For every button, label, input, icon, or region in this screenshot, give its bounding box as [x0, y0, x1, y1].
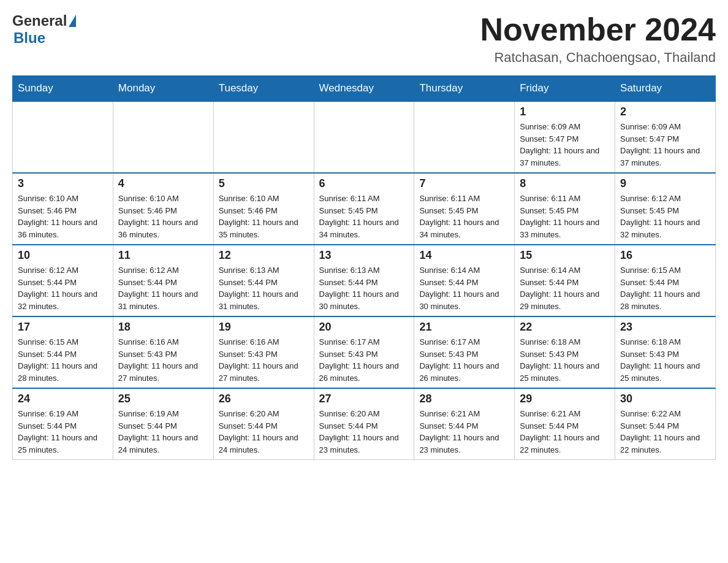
day-info: Sunrise: 6:13 AMSunset: 5:44 PMDaylight:…: [219, 264, 309, 312]
day-info: Sunrise: 6:14 AMSunset: 5:44 PMDaylight:…: [520, 264, 610, 312]
calendar-cell: [314, 101, 414, 173]
calendar-cell: 3Sunrise: 6:10 AMSunset: 5:46 PMDaylight…: [13, 173, 113, 245]
day-info: Sunrise: 6:20 AMSunset: 5:44 PMDaylight:…: [219, 408, 309, 456]
logo-arrow-icon: [69, 15, 76, 27]
day-info: Sunrise: 6:17 AMSunset: 5:43 PMDaylight:…: [419, 336, 509, 384]
weekday-header-sunday: Sunday: [13, 76, 113, 102]
day-number: 27: [319, 393, 409, 405]
day-number: 21: [419, 321, 509, 334]
day-info: Sunrise: 6:11 AMSunset: 5:45 PMDaylight:…: [520, 193, 610, 240]
day-number: 12: [219, 249, 309, 262]
calendar-cell: 30Sunrise: 6:22 AMSunset: 5:44 PMDayligh…: [615, 388, 716, 460]
day-info: Sunrise: 6:11 AMSunset: 5:45 PMDaylight:…: [419, 193, 509, 240]
weekday-header-tuesday: Tuesday: [213, 76, 314, 102]
calendar-cell: 18Sunrise: 6:16 AMSunset: 5:43 PMDayligh…: [113, 316, 213, 388]
calendar-cell: [213, 101, 314, 173]
day-info: Sunrise: 6:12 AMSunset: 5:44 PMDaylight:…: [118, 264, 208, 312]
day-info: Sunrise: 6:16 AMSunset: 5:43 PMDaylight:…: [118, 336, 208, 384]
day-number: 26: [219, 393, 309, 405]
calendar-cell: 20Sunrise: 6:17 AMSunset: 5:43 PMDayligh…: [314, 316, 414, 388]
calendar-cell: 15Sunrise: 6:14 AMSunset: 5:44 PMDayligh…: [515, 245, 615, 316]
calendar-header-row: SundayMondayTuesdayWednesdayThursdayFrid…: [13, 76, 716, 102]
calendar-cell: 28Sunrise: 6:21 AMSunset: 5:44 PMDayligh…: [414, 388, 515, 460]
calendar-week-5: 24Sunrise: 6:19 AMSunset: 5:44 PMDayligh…: [13, 388, 716, 460]
day-info: Sunrise: 6:10 AMSunset: 5:46 PMDaylight:…: [219, 193, 309, 240]
calendar-cell: 10Sunrise: 6:12 AMSunset: 5:44 PMDayligh…: [13, 245, 113, 316]
day-info: Sunrise: 6:21 AMSunset: 5:44 PMDaylight:…: [520, 408, 610, 456]
title-block: November 2024 Ratchasan, Chachoengsao, T…: [480, 12, 716, 66]
day-info: Sunrise: 6:16 AMSunset: 5:43 PMDaylight:…: [219, 336, 309, 384]
calendar-cell: 2Sunrise: 6:09 AMSunset: 5:47 PMDaylight…: [615, 101, 716, 173]
calendar-cell: 27Sunrise: 6:20 AMSunset: 5:44 PMDayligh…: [314, 388, 414, 460]
day-number: 28: [419, 393, 509, 405]
calendar-cell: 5Sunrise: 6:10 AMSunset: 5:46 PMDaylight…: [213, 173, 314, 245]
calendar-table: SundayMondayTuesdayWednesdayThursdayFrid…: [12, 75, 716, 460]
day-info: Sunrise: 6:15 AMSunset: 5:44 PMDaylight:…: [18, 336, 108, 384]
logo-blue-text: Blue: [13, 29, 45, 47]
day-number: 6: [319, 177, 409, 190]
calendar-cell: 11Sunrise: 6:12 AMSunset: 5:44 PMDayligh…: [113, 245, 213, 316]
weekday-header-wednesday: Wednesday: [314, 76, 414, 102]
day-info: Sunrise: 6:12 AMSunset: 5:45 PMDaylight:…: [620, 193, 710, 240]
day-info: Sunrise: 6:20 AMSunset: 5:44 PMDaylight:…: [319, 408, 409, 456]
day-number: 7: [419, 177, 509, 190]
calendar-cell: [13, 101, 113, 173]
day-info: Sunrise: 6:19 AMSunset: 5:44 PMDaylight:…: [118, 408, 208, 456]
day-number: 18: [118, 321, 208, 334]
weekday-header-monday: Monday: [113, 76, 213, 102]
day-number: 29: [520, 393, 610, 405]
day-number: 19: [219, 321, 309, 334]
calendar-cell: 12Sunrise: 6:13 AMSunset: 5:44 PMDayligh…: [213, 245, 314, 316]
day-info: Sunrise: 6:17 AMSunset: 5:43 PMDaylight:…: [319, 336, 409, 384]
logo-general-text: General: [12, 12, 67, 29]
calendar-week-4: 17Sunrise: 6:15 AMSunset: 5:44 PMDayligh…: [13, 316, 716, 388]
calendar-week-3: 10Sunrise: 6:12 AMSunset: 5:44 PMDayligh…: [13, 245, 716, 316]
calendar-cell: 14Sunrise: 6:14 AMSunset: 5:44 PMDayligh…: [414, 245, 515, 316]
calendar-cell: 19Sunrise: 6:16 AMSunset: 5:43 PMDayligh…: [213, 316, 314, 388]
calendar-cell: 22Sunrise: 6:18 AMSunset: 5:43 PMDayligh…: [515, 316, 615, 388]
calendar-cell: 8Sunrise: 6:11 AMSunset: 5:45 PMDaylight…: [515, 173, 615, 245]
calendar-cell: 7Sunrise: 6:11 AMSunset: 5:45 PMDaylight…: [414, 173, 515, 245]
day-number: 9: [620, 177, 710, 190]
day-info: Sunrise: 6:15 AMSunset: 5:44 PMDaylight:…: [620, 264, 710, 312]
day-info: Sunrise: 6:18 AMSunset: 5:43 PMDaylight:…: [520, 336, 610, 384]
weekday-header-thursday: Thursday: [414, 76, 515, 102]
day-info: Sunrise: 6:12 AMSunset: 5:44 PMDaylight:…: [18, 264, 108, 312]
calendar-cell: 6Sunrise: 6:11 AMSunset: 5:45 PMDaylight…: [314, 173, 414, 245]
day-number: 1: [520, 105, 610, 118]
calendar-cell: 16Sunrise: 6:15 AMSunset: 5:44 PMDayligh…: [615, 245, 716, 316]
day-number: 8: [520, 177, 610, 190]
calendar-cell: [414, 101, 515, 173]
day-number: 11: [118, 249, 208, 262]
day-info: Sunrise: 6:10 AMSunset: 5:46 PMDaylight:…: [118, 193, 208, 240]
calendar-cell: 9Sunrise: 6:12 AMSunset: 5:45 PMDaylight…: [615, 173, 716, 245]
day-number: 2: [620, 105, 710, 118]
calendar-cell: 23Sunrise: 6:18 AMSunset: 5:43 PMDayligh…: [615, 316, 716, 388]
day-info: Sunrise: 6:19 AMSunset: 5:44 PMDaylight:…: [18, 408, 108, 456]
day-info: Sunrise: 6:14 AMSunset: 5:44 PMDaylight:…: [419, 264, 509, 312]
calendar-cell: [113, 101, 213, 173]
day-number: 23: [620, 321, 710, 334]
calendar-cell: 13Sunrise: 6:13 AMSunset: 5:44 PMDayligh…: [314, 245, 414, 316]
day-number: 15: [520, 249, 610, 262]
day-info: Sunrise: 6:09 AMSunset: 5:47 PMDaylight:…: [520, 121, 610, 169]
weekday-header-saturday: Saturday: [615, 76, 716, 102]
logo: General Blue: [12, 12, 76, 47]
calendar-cell: 29Sunrise: 6:21 AMSunset: 5:44 PMDayligh…: [515, 388, 615, 460]
calendar-cell: 4Sunrise: 6:10 AMSunset: 5:46 PMDaylight…: [113, 173, 213, 245]
calendar-cell: 21Sunrise: 6:17 AMSunset: 5:43 PMDayligh…: [414, 316, 515, 388]
calendar-cell: 24Sunrise: 6:19 AMSunset: 5:44 PMDayligh…: [13, 388, 113, 460]
day-info: Sunrise: 6:09 AMSunset: 5:47 PMDaylight:…: [620, 121, 710, 169]
calendar-cell: 25Sunrise: 6:19 AMSunset: 5:44 PMDayligh…: [113, 388, 213, 460]
day-number: 30: [620, 393, 710, 405]
month-title: November 2024: [480, 12, 716, 47]
day-number: 13: [319, 249, 409, 262]
day-number: 24: [18, 393, 108, 405]
day-number: 20: [319, 321, 409, 334]
day-number: 4: [118, 177, 208, 190]
weekday-header-friday: Friday: [515, 76, 615, 102]
day-number: 17: [18, 321, 108, 334]
day-info: Sunrise: 6:22 AMSunset: 5:44 PMDaylight:…: [620, 408, 710, 456]
day-info: Sunrise: 6:13 AMSunset: 5:44 PMDaylight:…: [319, 264, 409, 312]
calendar-week-1: 1Sunrise: 6:09 AMSunset: 5:47 PMDaylight…: [13, 101, 716, 173]
